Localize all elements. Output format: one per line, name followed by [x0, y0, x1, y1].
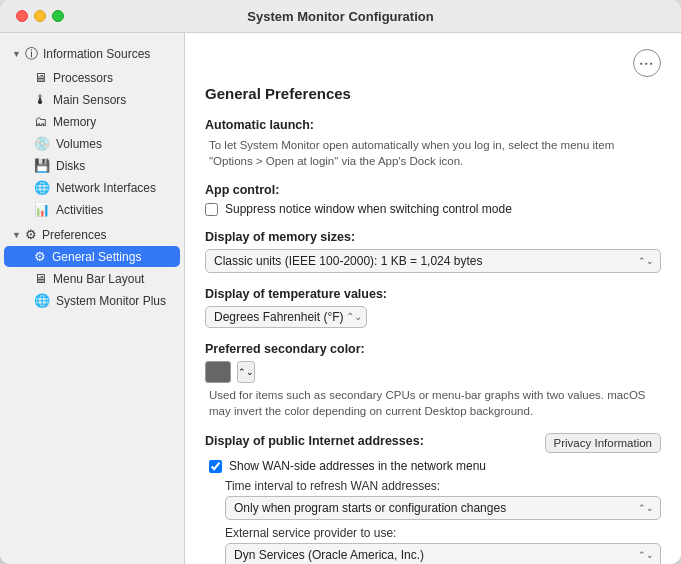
suppress-notice-row: Suppress notice window when switching co…	[205, 202, 661, 216]
minimize-button[interactable]	[34, 10, 46, 22]
color-chevron-button[interactable]: ⌃⌄	[237, 361, 255, 383]
sidebar-item-network-interfaces[interactable]: 🌐 Network Interfaces	[4, 177, 180, 198]
sidebar-section-preferences[interactable]: ▼ ⚙ Preferences	[4, 224, 180, 245]
more-options-button[interactable]: ●●●	[633, 49, 661, 77]
service-provider-select-wrapper: Dyn Services (Oracle America, Inc.) ican…	[225, 543, 661, 564]
automatic-launch-description: To let System Monitor open automatically…	[205, 137, 661, 169]
sidebar: ▼ ⓘ Information Sources 🖥 Processors 🌡 M…	[0, 33, 185, 564]
preferred-color-label: Preferred secondary color:	[205, 342, 661, 356]
suppress-notice-label: Suppress notice window when switching co…	[225, 202, 512, 216]
sensors-icon: 🌡	[34, 92, 47, 107]
main-content: ●●● General Preferences Automatic launch…	[185, 33, 681, 564]
display-memory-label: Display of memory sizes:	[205, 230, 661, 244]
traffic-lights	[16, 10, 64, 22]
display-temperature-section: Display of temperature values: Degrees F…	[205, 287, 661, 328]
close-button[interactable]	[16, 10, 28, 22]
public-internet-section: Display of public Internet addresses: Pr…	[205, 433, 661, 564]
info-sources-chevron: ▼	[12, 49, 21, 59]
sidebar-item-menu-bar-layout[interactable]: 🖥 Menu Bar Layout	[4, 268, 180, 289]
memory-size-select[interactable]: Classic units (IEEE 100-2000): 1 KB = 1,…	[205, 249, 661, 273]
color-description: Used for items such as secondary CPUs or…	[205, 387, 661, 419]
wan-checkbox[interactable]	[209, 460, 222, 473]
sidebar-item-system-monitor-plus[interactable]: 🌐 System Monitor Plus	[4, 290, 180, 311]
sidebar-item-label: Main Sensors	[53, 93, 126, 107]
sidebar-item-label: Network Interfaces	[56, 181, 156, 195]
processors-icon: 🖥	[34, 70, 47, 85]
sidebar-item-processors[interactable]: 🖥 Processors	[4, 67, 180, 88]
app-control-label: App control:	[205, 183, 661, 197]
sidebar-item-label: Activities	[56, 203, 103, 217]
title-bar: System Monitor Configuration	[0, 0, 681, 33]
volumes-icon: 💿	[34, 136, 50, 151]
display-memory-section: Display of memory sizes: Classic units (…	[205, 230, 661, 273]
menu-bar-icon: 🖥	[34, 271, 47, 286]
more-dots: ●●●	[639, 60, 654, 66]
preferences-chevron: ▼	[12, 230, 21, 240]
info-sources-icon: ⓘ	[25, 45, 38, 63]
sidebar-item-memory[interactable]: 🗂 Memory	[4, 111, 180, 132]
automatic-launch-label: Automatic launch:	[205, 118, 661, 132]
time-interval-container: Time interval to refresh WAN addresses: …	[205, 479, 661, 564]
automatic-launch-section: Automatic launch: To let System Monitor …	[205, 118, 661, 169]
content-area: ▼ ⓘ Information Sources 🖥 Processors 🌡 M…	[0, 33, 681, 564]
page-title: General Preferences	[205, 85, 661, 102]
sidebar-item-label: System Monitor Plus	[56, 294, 166, 308]
system-monitor-plus-icon: 🌐	[34, 293, 50, 308]
wan-checkbox-row: Show WAN-side addresses in the network m…	[205, 459, 661, 473]
suppress-notice-checkbox[interactable]	[205, 203, 218, 216]
sidebar-item-main-sensors[interactable]: 🌡 Main Sensors	[4, 89, 180, 110]
public-internet-header-row: Display of public Internet addresses: Pr…	[205, 433, 661, 453]
info-sources-label: Information Sources	[43, 47, 150, 61]
display-temperature-label: Display of temperature values:	[205, 287, 661, 301]
activities-icon: 📊	[34, 202, 50, 217]
more-button-container: ●●●	[205, 49, 661, 77]
sidebar-item-activities[interactable]: 📊 Activities	[4, 199, 180, 220]
sidebar-item-label: Menu Bar Layout	[53, 272, 144, 286]
time-interval-label: Time interval to refresh WAN addresses:	[225, 479, 661, 493]
time-interval-select-wrapper: Only when program starts or configuratio…	[225, 496, 661, 520]
preferences-label: Preferences	[42, 228, 107, 242]
sidebar-item-disks[interactable]: 💾 Disks	[4, 155, 180, 176]
sidebar-item-label: General Settings	[52, 250, 141, 264]
sidebar-item-label: Volumes	[56, 137, 102, 151]
maximize-button[interactable]	[52, 10, 64, 22]
privacy-information-button[interactable]: Privacy Information	[545, 433, 661, 453]
service-provider-label: External service provider to use:	[225, 526, 661, 540]
app-control-section: App control: Suppress notice window when…	[205, 183, 661, 216]
service-provider-select[interactable]: Dyn Services (Oracle America, Inc.) ican…	[225, 543, 661, 564]
temperature-select[interactable]: Degrees Fahrenheit (°F) Degrees Celsius …	[205, 306, 367, 328]
sidebar-item-volumes[interactable]: 💿 Volumes	[4, 133, 180, 154]
color-swatch-row: ⌃⌄	[205, 361, 661, 383]
general-settings-icon: ⚙	[34, 249, 46, 264]
preferred-color-section: Preferred secondary color: ⌃⌄ Used for i…	[205, 342, 661, 419]
color-swatch[interactable]	[205, 361, 231, 383]
memory-icon: 🗂	[34, 114, 47, 129]
disks-icon: 💾	[34, 158, 50, 173]
network-icon: 🌐	[34, 180, 50, 195]
preferences-icon: ⚙	[25, 227, 37, 242]
app-window: System Monitor Configuration ▼ ⓘ Informa…	[0, 0, 681, 564]
time-interval-select[interactable]: Only when program starts or configuratio…	[225, 496, 661, 520]
sidebar-item-general-settings[interactable]: ⚙ General Settings	[4, 246, 180, 267]
sidebar-item-label: Processors	[53, 71, 113, 85]
memory-select-wrapper: Classic units (IEEE 100-2000): 1 KB = 1,…	[205, 249, 661, 273]
temperature-select-wrapper: Degrees Fahrenheit (°F) Degrees Celsius …	[205, 306, 367, 328]
sidebar-item-label: Disks	[56, 159, 85, 173]
wan-label: Show WAN-side addresses in the network m…	[229, 459, 486, 473]
window-title: System Monitor Configuration	[247, 9, 433, 24]
sidebar-section-info-sources[interactable]: ▼ ⓘ Information Sources	[4, 42, 180, 66]
sidebar-item-label: Memory	[53, 115, 96, 129]
public-internet-label: Display of public Internet addresses:	[205, 434, 424, 448]
